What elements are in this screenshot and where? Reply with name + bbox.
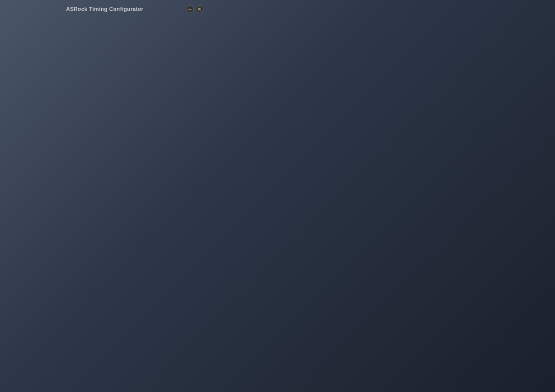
minimize-icon[interactable]: ─	[186, 5, 194, 13]
asrock-title: ASRock Timing Configurator	[66, 6, 143, 12]
close-icon[interactable]: ✕	[196, 5, 203, 13]
